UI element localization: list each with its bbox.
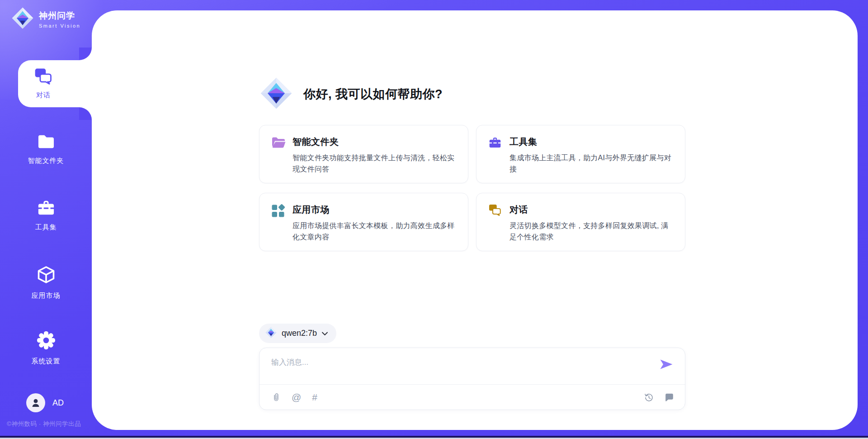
conversation-button[interactable] (665, 393, 674, 402)
folder-open-icon (271, 136, 286, 151)
card-description: 集成市场上主流工具，助力AI与外界无缝扩展与对接 (509, 152, 673, 175)
avatar[interactable] (26, 393, 45, 412)
chat-bubbles-icon (34, 68, 53, 87)
sidebar-item-settings[interactable]: 系统设置 (0, 330, 92, 366)
sidebar-item-label: 系统设置 (32, 357, 61, 366)
send-icon (660, 358, 673, 370)
apps-grid-icon (271, 204, 286, 220)
sidebar: 神州问学 Smart Vision 对话 (0, 0, 92, 439)
assistant-diamond-logo-icon (259, 76, 293, 112)
comment-icon (665, 393, 674, 402)
cube-icon (36, 265, 56, 286)
brand-name: 神州问学 (39, 10, 80, 22)
brand-subtitle: Smart Vision (39, 23, 80, 29)
feature-cards: 智能文件夹 智能文件夹功能支持批量文件上传与清洗，轻松实现文件问答 (259, 125, 685, 251)
app-window: 神州问学 Smart Vision 对话 (0, 0, 868, 439)
message-input[interactable] (259, 348, 648, 383)
card-description: 智能文件夹功能支持批量文件上传与清洗，轻松实现文件问答 (292, 152, 456, 175)
composer-toolbar: @ # (259, 384, 685, 410)
brand-diamond-logo-icon (11, 6, 34, 32)
greeting: 你好, 我可以如何帮助你? (259, 76, 443, 112)
card-toolset[interactable]: 工具集 集成市场上主流工具，助力AI与外界无缝扩展与对接 (476, 125, 685, 183)
topic-button[interactable]: # (312, 392, 317, 402)
person-icon (30, 397, 41, 408)
sidebar-item-smart-folder[interactable]: 智能文件夹 (0, 134, 92, 165)
main-content: 你好, 我可以如何帮助你? 智能文件夹 智能文件夹功能支持批量文件上传与清洗，轻… (92, 10, 858, 430)
greeting-title: 你好, 我可以如何帮助你? (303, 86, 443, 102)
sidebar-item-toolset[interactable]: 工具集 (0, 199, 92, 232)
gear-icon (36, 330, 56, 352)
card-chat[interactable]: 对话 灵活切换多模型文件，支持多样回复效果调试, 满足个性化需求 (476, 193, 685, 251)
card-smart-folder[interactable]: 智能文件夹 智能文件夹功能支持批量文件上传与清洗，轻松实现文件问答 (259, 125, 468, 183)
sidebar-item-label: 对话 (36, 91, 51, 100)
briefcase-icon (488, 136, 503, 151)
model-selector-label: qwen2:7b (282, 329, 317, 338)
hash-icon: # (312, 392, 317, 402)
mention-button[interactable]: @ (292, 392, 301, 402)
sidebar-item-label: 工具集 (35, 223, 57, 232)
attach-file-button[interactable] (271, 392, 281, 402)
folder-icon (37, 134, 56, 152)
card-title: 智能文件夹 (292, 136, 456, 148)
card-app-market[interactable]: 应用市场 应用市场提供丰富长文本模板，助力高效生成多样化文章内容 (259, 193, 468, 251)
tab-joint-top (79, 48, 92, 60)
chevron-down-icon (321, 329, 328, 338)
history-button[interactable] (644, 392, 654, 402)
brand: 神州问学 Smart Vision (11, 6, 80, 32)
chat-bubbles-icon (488, 204, 503, 218)
paperclip-icon (271, 392, 281, 402)
send-button[interactable] (659, 358, 674, 372)
card-title: 对话 (509, 204, 673, 216)
message-composer: @ # (259, 348, 685, 410)
sidebar-item-label: 应用市场 (32, 291, 61, 300)
tab-joint-bottom (79, 107, 92, 120)
model-selector[interactable]: qwen2:7b (259, 324, 336, 343)
composer-area: qwen2:7b (259, 324, 685, 410)
sidebar-item-chat[interactable]: 对话 (18, 60, 92, 107)
sidebar-footer-credit: ©神州数码 · 神州问学出品 (7, 420, 81, 428)
sidebar-item-label: 智能文件夹 (28, 157, 64, 165)
card-title: 应用市场 (292, 204, 456, 216)
card-description: 灵活切换多模型文件，支持多样回复效果调试, 满足个性化需求 (509, 220, 673, 243)
history-icon (644, 392, 654, 402)
user-account[interactable]: AD (26, 393, 64, 412)
at-icon: @ (292, 392, 301, 402)
briefcase-icon (37, 199, 56, 218)
user-name: AD (52, 398, 64, 408)
card-title: 工具集 (509, 136, 673, 148)
sidebar-item-app-market[interactable]: 应用市场 (0, 265, 92, 300)
model-diamond-logo-icon (265, 326, 277, 340)
card-description: 应用市场提供丰富长文本模板，助力高效生成多样化文章内容 (292, 220, 456, 243)
